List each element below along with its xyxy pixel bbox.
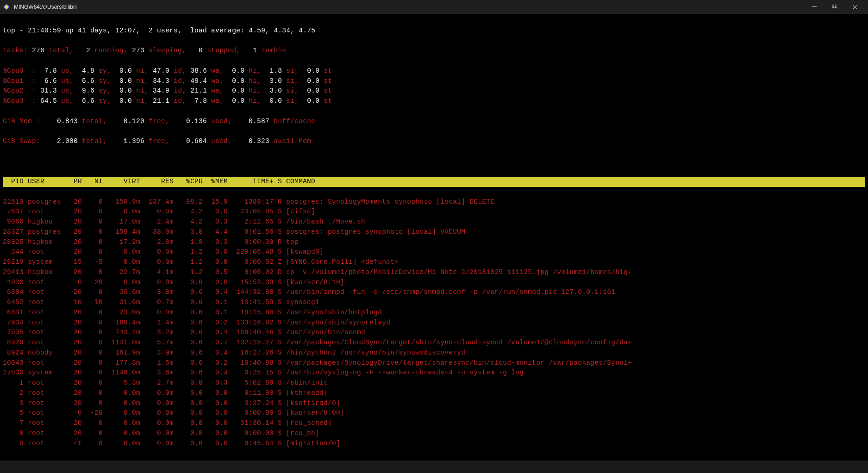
process-header-row: PID USER PR NI VIRT RES %CPU %MEM TIME+ … (3, 177, 865, 187)
minimize-button[interactable] (804, 0, 824, 14)
svg-rect-2 (812, 6, 817, 7)
swap-line: GiB Swap: 2.000 total, 1.396 free, 0.604… (3, 137, 865, 147)
process-row: 9066 higkoo 20 0 17.0m 2.4m 4.2 0.3 2:12… (3, 217, 865, 227)
process-row: 344 root 20 0 0.0m 0.0m 1.2 0.0 229:06.4… (3, 247, 865, 257)
process-row: 8924 nobody 20 0 161.9m 3.9m 0.6 0.4 16:… (3, 348, 865, 358)
process-row: 6452 root 10 -10 31.6m 0.7m 0.6 0.1 13:4… (3, 298, 865, 308)
window-title: MINGW64:/c/Users/bilibili (14, 4, 77, 10)
process-row: 31510 postgres 20 0 150.9m 137.4m 98.2 1… (3, 197, 865, 207)
process-row: 5 root 0 -20 0.0m 0.0m 0.0 0.0 0:00.00 S… (3, 408, 865, 418)
process-row: 2 root 20 0 0.0m 0.0m 0.0 0.0 0:11.90 S … (3, 388, 865, 398)
maximize-button[interactable] (824, 0, 845, 14)
tasks-line: Tasks: 276 total, 2 running, 273 sleepin… (3, 46, 865, 56)
process-row: 6831 root 20 0 23.0m 0.9m 0.6 0.1 19:15.… (3, 308, 865, 318)
process-row: 6384 root 20 0 36.6m 3.8m 0.6 0.4 144:32… (3, 287, 865, 298)
app-icon (3, 3, 10, 11)
process-row: 27030 system 20 0 1146.0m 3.6m 0.6 0.4 0… (3, 368, 865, 378)
cpu-line: %Cpu0 : 7.8 us, 4.8 sy, 0.0 ni, 47.0 id,… (3, 66, 865, 76)
terminal-body[interactable]: top - 21:40:59 up 41 days, 12:07, 2 user… (0, 14, 868, 461)
process-row: 8 root 20 0 0.0m 0.0m 0.0 0.0 0:00.00 S … (3, 429, 865, 439)
process-row: 7637 root 20 0 0.0m 0.0m 4.2 0.0 24:08.0… (3, 207, 865, 217)
window-titlebar[interactable]: MINGW64:/c/Users/bilibili (0, 0, 868, 14)
close-button[interactable] (845, 0, 865, 14)
process-row: 7 root 20 0 0.0m 0.0m 0.0 0.0 31:30.14 S… (3, 418, 865, 429)
cpu-line: %Cpu2 : 31.3 us, 9.6 sy, 0.0 ni, 34.9 id… (3, 86, 865, 96)
blank-line (3, 157, 865, 167)
process-row: 3 root 20 0 0.0m 0.0m 0.0 0.0 3:27.24 S … (3, 398, 865, 409)
process-row: 28327 postgres 20 0 158.4m 38.0m 3.0 4.4… (3, 227, 865, 237)
process-row: 10043 root 20 0 177.3m 1.5m 0.6 0.2 10:4… (3, 358, 865, 368)
process-row: 9 root rt 0 0.0m 0.0m 0.0 0.0 0:45.54 S … (3, 439, 865, 449)
mem-line: GiB Mem : 0.843 total, 0.120 free, 0.136… (3, 117, 865, 127)
process-row: 28925 higkoo 20 0 17.2m 2.8m 1.8 0.3 0:0… (3, 237, 865, 248)
cpu-line: %Cpu1 : 6.6 us, 6.6 sy, 0.0 ni, 34.3 id,… (3, 76, 865, 87)
process-row: 29219 system 15 -5 0.0m 0.0m 1.2 0.0 0:0… (3, 257, 865, 268)
process-row: 1 root 20 0 5.3m 2.7m 0.0 0.3 5:02.89 S … (3, 378, 865, 388)
cpu-line: %Cpu3 : 64.5 us, 6.6 sy, 0.0 ni, 21.1 id… (3, 96, 865, 106)
process-row: 7934 root 20 0 180.4m 1.4m 0.6 0.2 133:1… (3, 318, 865, 328)
top-summary-line: top - 21:40:59 up 41 days, 12:07, 2 user… (3, 26, 865, 36)
process-row: 8920 root 20 0 1141.0m 5.7m 0.6 0.7 102:… (3, 338, 865, 348)
process-row: 7935 root 20 0 743.2m 3.2m 0.6 0.4 168:4… (3, 328, 865, 338)
process-row: 1030 root 0 -20 0.0m 0.0m 0.6 0.0 15:53.… (3, 278, 865, 288)
process-row: 29413 higkoo 20 0 22.7m 4.1m 1.2 0.5 0:0… (3, 268, 865, 278)
